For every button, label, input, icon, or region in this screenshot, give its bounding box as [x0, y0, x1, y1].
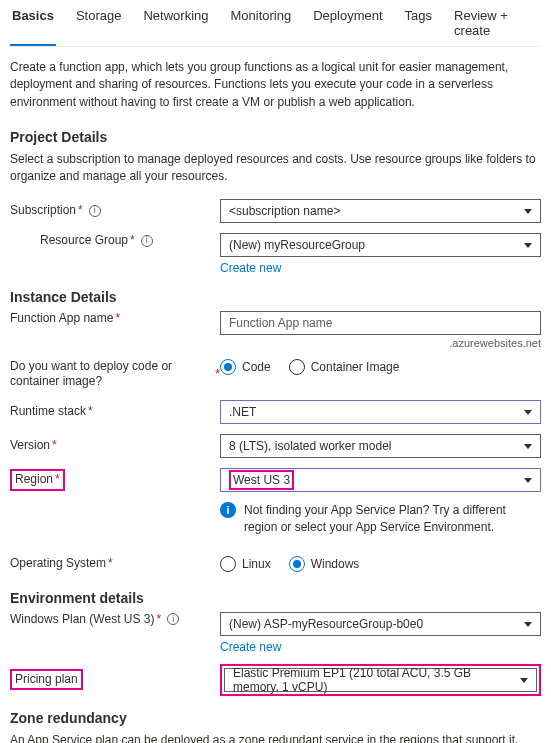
plan-label: Windows Plan (West US 3)* i — [10, 612, 220, 628]
tab-basics[interactable]: Basics — [10, 8, 56, 46]
tab-networking[interactable]: Networking — [141, 8, 210, 46]
subscription-select[interactable]: <subscription name> — [220, 199, 541, 223]
os-label: Operating System* — [10, 556, 220, 572]
pricing-label: Pricing plan — [10, 669, 220, 691]
project-details-heading: Project Details — [10, 129, 541, 145]
create-new-rg-link[interactable]: Create new — [220, 261, 281, 275]
resource-group-select[interactable]: (New) myResourceGroup — [220, 233, 541, 257]
app-name-input[interactable] — [220, 311, 541, 335]
version-select[interactable]: 8 (LTS), isolated worker model — [220, 434, 541, 458]
tab-monitoring[interactable]: Monitoring — [229, 8, 294, 46]
zone-heading: Zone redundancy — [10, 710, 541, 726]
env-details-heading: Environment details — [10, 590, 541, 606]
radio-linux[interactable]: Linux — [220, 556, 271, 572]
runtime-select[interactable]: .NET — [220, 400, 541, 424]
resource-group-label: Resource Group* i — [10, 233, 220, 249]
info-icon: i — [220, 502, 236, 518]
info-icon[interactable]: i — [141, 235, 153, 247]
tab-tags[interactable]: Tags — [403, 8, 434, 46]
radio-container[interactable]: Container Image — [289, 359, 400, 375]
tab-storage[interactable]: Storage — [74, 8, 124, 46]
deploy-type-label: Do you want to deploy code or container … — [10, 359, 220, 390]
radio-code[interactable]: Code — [220, 359, 271, 375]
info-icon[interactable]: i — [167, 613, 179, 625]
plan-select[interactable]: (New) ASP-myResourceGroup-b0e0 — [220, 612, 541, 636]
version-label: Version* — [10, 438, 220, 454]
pricing-select[interactable]: Elastic Premium EP1 (210 total ACU, 3.5 … — [224, 668, 537, 692]
info-icon[interactable]: i — [89, 205, 101, 217]
radio-windows[interactable]: Windows — [289, 556, 360, 572]
domain-suffix: .azurewebsites.net — [220, 337, 541, 349]
region-hint: Not finding your App Service Plan? Try a… — [244, 502, 541, 536]
instance-details-heading: Instance Details — [10, 289, 541, 305]
create-new-plan-link[interactable]: Create new — [220, 640, 281, 654]
tab-deployment[interactable]: Deployment — [311, 8, 384, 46]
project-details-desc: Select a subscription to manage deployed… — [10, 151, 541, 185]
runtime-label: Runtime stack* — [10, 404, 220, 420]
tab-review-create[interactable]: Review + create — [452, 8, 541, 46]
region-select[interactable]: West US 3 — [220, 468, 541, 492]
app-name-label: Function App name* — [10, 311, 220, 327]
subscription-label: Subscription* i — [10, 203, 220, 219]
tab-bar: Basics Storage Networking Monitoring Dep… — [10, 0, 541, 47]
intro-text: Create a function app, which lets you gr… — [10, 59, 541, 111]
region-label: Region* — [10, 469, 220, 491]
zone-desc: An App Service plan can be deployed as a… — [10, 732, 541, 743]
